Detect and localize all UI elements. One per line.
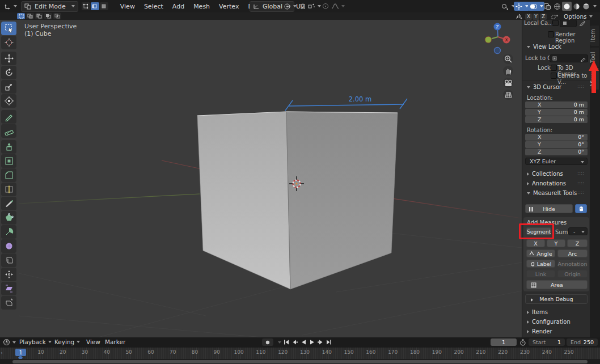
vertex-select-mode-button[interactable] <box>82 2 90 10</box>
measureit-hide-button[interactable]: Hide <box>525 204 573 213</box>
menu-mesh[interactable]: Mesh <box>189 3 214 10</box>
select-set-button[interactable] <box>17 13 25 19</box>
editor-type-selector[interactable] <box>3 2 18 11</box>
collapse-arrow-icon[interactable]: ‹ <box>1 350 3 355</box>
prev-keyframe-button[interactable] <box>291 338 299 346</box>
tool-loop-cut[interactable] <box>1 183 16 196</box>
origin-button[interactable]: Origin <box>557 270 588 278</box>
end-frame-field[interactable]: End 250 <box>567 338 598 346</box>
mirror-x-button[interactable]: X <box>525 14 532 20</box>
items-section-header[interactable]: Items <box>527 309 548 315</box>
tool-spin[interactable] <box>1 225 16 239</box>
timeline-ruler[interactable]: ‹ 10203040506070809010011012013014015016… <box>0 348 600 359</box>
marker-menu[interactable]: Marker <box>105 338 125 345</box>
options-dropdown[interactable]: Options <box>564 13 593 20</box>
zoom-button[interactable] <box>503 54 513 64</box>
snap-toggle[interactable] <box>298 2 307 11</box>
lock-to-object-field[interactable] <box>550 54 588 62</box>
edge-select-mode-button[interactable] <box>91 2 99 10</box>
link-button[interactable]: Link <box>526 270 555 278</box>
camera-to-view-checkbox[interactable] <box>551 73 557 79</box>
snap-with-dropdown[interactable] <box>307 2 322 11</box>
tab-item[interactable]: Item <box>590 26 599 46</box>
tool-measure[interactable] <box>1 124 16 138</box>
cursor-rotation-x-field[interactable]: X 0° <box>525 134 588 141</box>
jump-to-start-button[interactable] <box>282 338 290 346</box>
label-button[interactable]: Label <box>526 260 555 268</box>
measure-y-button[interactable]: Y <box>547 239 565 247</box>
tool-select-box[interactable] <box>1 22 16 35</box>
tool-shrink-fatten[interactable] <box>1 268 16 281</box>
gizmo-y-handle[interactable] <box>485 36 492 43</box>
mirror-y-button[interactable]: Y <box>533 14 539 20</box>
play-button[interactable] <box>308 338 316 346</box>
local-camera-checkbox[interactable] <box>552 20 559 26</box>
cursor-rotation-z-field[interactable]: Z 0° <box>525 149 588 155</box>
keying-menu[interactable]: Keying <box>54 338 80 345</box>
cursor-section-header[interactable]: 3D Cursor ∷∷ <box>527 84 587 90</box>
render-region-checkbox[interactable] <box>548 31 554 37</box>
tool-rip-region[interactable] <box>1 296 16 310</box>
tool-rotate[interactable] <box>1 66 16 79</box>
start-frame-field[interactable]: Start 1 <box>529 338 565 346</box>
measure-z-button[interactable]: Z <box>567 239 588 247</box>
measureit-ghost-button[interactable] <box>575 204 587 213</box>
playback-menu[interactable]: Playback <box>19 338 52 345</box>
measureit-section-header[interactable]: MeasureIt Tools ∷∷ <box>527 190 587 196</box>
face-select-mode-button[interactable] <box>100 2 108 10</box>
render-section-header[interactable]: Render <box>527 328 552 335</box>
scrollbar-thumb[interactable] <box>12 360 588 363</box>
tool-scale[interactable] <box>1 80 16 94</box>
measure-x-button[interactable]: X <box>526 239 545 247</box>
menu-add[interactable]: Add <box>168 3 189 10</box>
next-keyframe-button[interactable] <box>316 338 324 346</box>
auto-keying-button[interactable] <box>262 338 273 346</box>
tool-knife[interactable] <box>1 197 16 210</box>
mode-dropdown[interactable]: Edit Mode <box>21 1 78 12</box>
sum-dropdown[interactable]: - <box>568 227 588 235</box>
pivot-point-dropdown[interactable] <box>282 2 298 11</box>
cursor-location-z-field[interactable]: Z 0 m <box>525 116 588 123</box>
tool-annotate[interactable] <box>1 110 16 124</box>
tool-edge-slide[interactable] <box>1 253 16 267</box>
select-invert-button[interactable] <box>44 13 52 19</box>
mesh-debug-button[interactable]: Mesh Debug <box>525 294 588 304</box>
timeline-editor-type[interactable] <box>3 338 16 346</box>
tool-extrude-region[interactable] <box>1 140 16 154</box>
to-3d-cursor-checkbox[interactable] <box>551 65 557 71</box>
pan-button[interactable] <box>503 66 513 76</box>
keying-set-caret[interactable] <box>278 341 281 344</box>
tool-inset-faces[interactable] <box>1 154 16 168</box>
tool-transform[interactable] <box>1 94 16 108</box>
tool-cursor[interactable] <box>1 36 16 49</box>
cursor-rotation-y-field[interactable]: Y 0° <box>525 141 588 148</box>
toggle-perspective-button[interactable] <box>503 90 513 100</box>
shading-wireframe-button[interactable] <box>552 2 562 11</box>
angle-button[interactable]: Angle <box>526 249 555 257</box>
menu-vertex[interactable]: Vertex <box>214 3 243 10</box>
tool-smooth[interactable] <box>1 239 16 253</box>
rotation-mode-dropdown[interactable]: XYZ Euler <box>525 158 588 165</box>
axis-gizmo[interactable]: Z X <box>485 23 510 54</box>
menu-select[interactable]: Select <box>140 3 168 10</box>
eyedropper-icon[interactable] <box>579 20 586 26</box>
annotation-button[interactable]: Annotation <box>557 260 588 268</box>
jump-to-end-button[interactable] <box>325 338 333 346</box>
gizmos-toggle-dropdown[interactable] <box>514 2 530 11</box>
tool-poly-build[interactable] <box>1 211 16 225</box>
current-frame-field[interactable]: 1 <box>491 338 517 346</box>
eyedropper-icon[interactable] <box>580 56 586 62</box>
shading-rendered-button[interactable] <box>581 2 591 11</box>
shading-solid-button[interactable] <box>562 2 572 11</box>
xray-toggle[interactable] <box>542 2 552 11</box>
proportional-falloff-dropdown[interactable] <box>330 2 346 11</box>
annotations-section-header[interactable]: Annotations ∷∷ <box>527 180 587 187</box>
collections-section-header[interactable]: Collections ∷∷ <box>527 171 587 177</box>
play-reverse-button[interactable] <box>299 338 307 346</box>
viewport-3d[interactable]: 2.00 m Z X User Persp <box>0 20 522 337</box>
cursor-location-y-field[interactable]: Y 0 m <box>525 109 588 116</box>
view-lock-section-header[interactable]: View Lock <box>527 44 561 50</box>
menu-view[interactable]: View <box>116 3 140 10</box>
area-button[interactable]: Area <box>526 280 588 289</box>
timeline-view-menu[interactable]: View <box>86 338 100 345</box>
